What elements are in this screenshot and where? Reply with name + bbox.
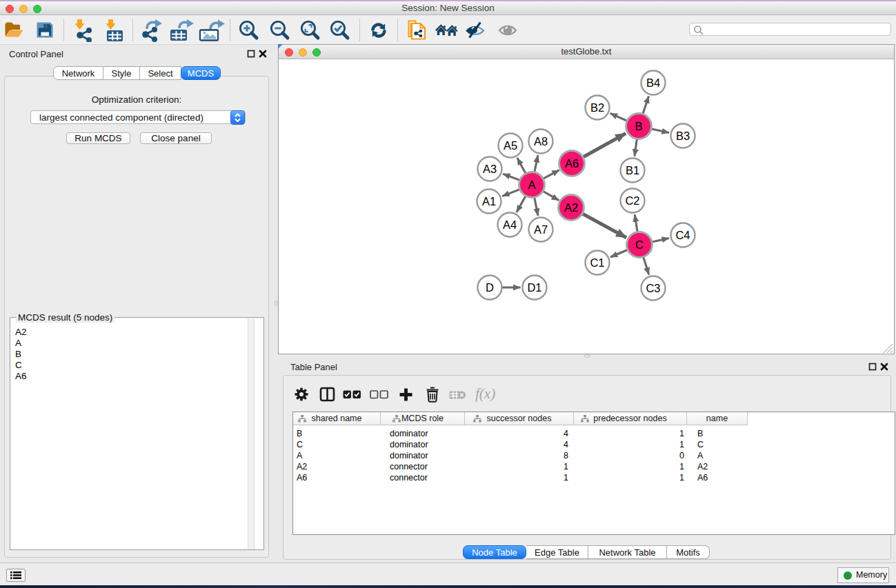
svg-text:A1: A1 bbox=[482, 195, 496, 207]
svg-text:B2: B2 bbox=[590, 101, 604, 114]
svg-text:A6: A6 bbox=[565, 157, 579, 170]
svg-text:A3: A3 bbox=[483, 163, 497, 175]
svg-text:C1: C1 bbox=[590, 256, 604, 269]
svg-text:A: A bbox=[528, 179, 535, 191]
svg-text:A4: A4 bbox=[503, 219, 517, 231]
svg-text:C3: C3 bbox=[646, 282, 660, 294]
svg-text:A7: A7 bbox=[534, 223, 548, 236]
svg-text:C4: C4 bbox=[675, 229, 690, 241]
svg-text:B4: B4 bbox=[646, 77, 660, 89]
svg-text:D: D bbox=[486, 281, 494, 294]
svg-text:A5: A5 bbox=[504, 139, 517, 152]
svg-text:B: B bbox=[635, 120, 642, 132]
svg-text:A2: A2 bbox=[564, 201, 578, 214]
svg-text:C: C bbox=[635, 239, 644, 251]
svg-text:A8: A8 bbox=[534, 135, 548, 148]
svg-text:B1: B1 bbox=[626, 164, 639, 176]
svg-text:B3: B3 bbox=[676, 130, 690, 142]
svg-text:C2: C2 bbox=[625, 194, 639, 207]
svg-text:D1: D1 bbox=[527, 281, 541, 294]
